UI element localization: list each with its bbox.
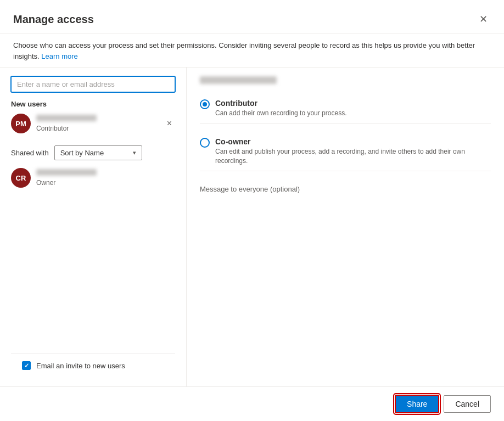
left-panel: New users PM Contributor × Shared with xyxy=(0,68,187,386)
message-section: Message to everyone (optional) xyxy=(200,179,491,199)
sort-dropdown-text: Sort by Name xyxy=(60,149,128,157)
contributor-option[interactable]: Contributor Can add their own recording … xyxy=(200,93,491,124)
contributor-title: Contributor xyxy=(215,99,346,108)
message-label: Message to everyone (optional) xyxy=(200,185,300,193)
remove-user-button[interactable]: × xyxy=(164,117,175,130)
coowner-title: Co-owner xyxy=(215,137,491,146)
dialog-footer: Share Cancel xyxy=(0,386,504,421)
learn-more-link[interactable]: Learn more xyxy=(41,52,77,60)
shared-with-section: Shared with Sort by Name ▾ CR Owner xyxy=(11,143,175,190)
contributor-text: Contributor Can add their own recording … xyxy=(215,99,346,118)
coowner-radio[interactable] xyxy=(200,138,210,148)
selected-user-row xyxy=(200,76,491,86)
left-flex: New users PM Contributor × Shared with xyxy=(11,76,175,345)
contributor-description: Can add their own recording to your proc… xyxy=(215,109,346,118)
dialog-title: Manage access xyxy=(13,13,94,26)
new-user-info: Contributor xyxy=(36,115,158,132)
existing-user-role: Owner xyxy=(36,179,175,187)
email-invite-label: Email an invite to new users xyxy=(36,362,125,370)
dialog-body: New users PM Contributor × Shared with xyxy=(0,68,504,386)
shared-with-label: Shared with xyxy=(11,149,49,157)
subtitle-text: Choose who can access your process and s… xyxy=(13,41,475,60)
close-button[interactable]: ✕ xyxy=(476,11,491,27)
avatar-cr: CR xyxy=(11,168,31,188)
share-button[interactable]: Share xyxy=(395,395,439,413)
existing-user-item: CR Owner xyxy=(11,166,175,190)
close-icon: ✕ xyxy=(479,13,488,25)
existing-user-info: Owner xyxy=(36,169,175,187)
selected-user-name-blur xyxy=(200,76,277,84)
radio-dot xyxy=(203,102,207,106)
chevron-down-icon: ▾ xyxy=(133,149,136,156)
manage-access-dialog: Manage access ✕ Choose who can access yo… xyxy=(0,0,504,421)
dialog-header: Manage access ✕ xyxy=(0,0,504,33)
email-invite-section: ✓ Email an invite to new users xyxy=(11,353,175,378)
email-invite-checkbox[interactable]: ✓ xyxy=(22,361,31,370)
shared-with-row: Shared with Sort by Name ▾ xyxy=(11,145,175,160)
checkmark-icon: ✓ xyxy=(24,362,29,369)
contributor-radio[interactable] xyxy=(200,99,210,109)
new-user-name-blur xyxy=(36,115,97,121)
new-user-item: PM Contributor × xyxy=(11,111,175,136)
cancel-button[interactable]: Cancel xyxy=(444,395,491,413)
new-user-role: Contributor xyxy=(36,125,158,132)
avatar-pm: PM xyxy=(11,114,31,133)
right-panel: Contributor Can add their own recording … xyxy=(187,68,504,386)
coowner-option[interactable]: Co-owner Can edit and publish your proce… xyxy=(200,132,491,172)
coowner-text: Co-owner Can edit and publish your proce… xyxy=(215,137,491,166)
coowner-description: Can edit and publish your process, add a… xyxy=(215,147,491,166)
dialog-subtitle: Choose who can access your process and s… xyxy=(0,33,504,68)
new-users-label: New users xyxy=(11,100,175,108)
new-users-section: New users PM Contributor × xyxy=(11,100,175,136)
search-input[interactable] xyxy=(11,76,175,92)
sort-dropdown[interactable]: Sort by Name ▾ xyxy=(54,145,142,160)
existing-user-name-blur xyxy=(36,169,97,176)
